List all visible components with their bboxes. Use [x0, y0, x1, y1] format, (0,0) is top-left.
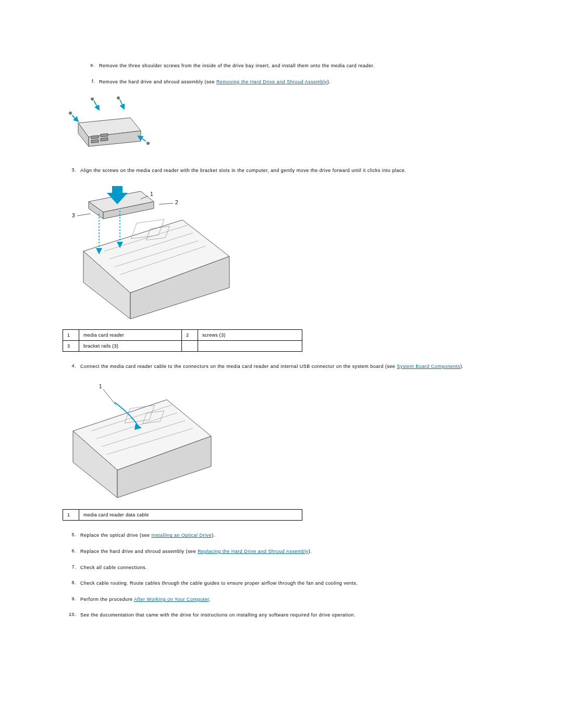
cell: media card reader data cable [79, 510, 302, 521]
step-text: Check cable routing. Route cables throug… [80, 580, 500, 587]
figure-cable-connect: 1 [63, 379, 500, 499]
link-removing-hdd-shroud[interactable]: Removing the Hard Drive and Shroud Assem… [216, 79, 327, 84]
illustration-icon: 1 [63, 379, 219, 499]
callout-1: 1 [150, 191, 153, 197]
step-marker: 4. [63, 363, 80, 370]
step-text: Perform the procedure After Working on Y… [80, 596, 500, 603]
step-8: 8. Check cable routing. Route cables thr… [63, 580, 500, 587]
step-marker: 8. [63, 580, 80, 587]
cell: 1 [63, 329, 79, 340]
link-after-working[interactable]: After Working on Your Computer [134, 597, 209, 602]
substeps-alpha: e. Remove the three shoulder screws from… [63, 63, 500, 85]
step-text: Remove the hard drive and shroud assembl… [99, 79, 500, 85]
step-5: 5. Replace the optical drive (see Instal… [63, 532, 500, 539]
step-marker: 7. [63, 564, 80, 571]
text-fragment: . [209, 597, 211, 602]
step-marker: 10. [63, 612, 80, 619]
steps-numeric: 5. Replace the optical drive (see Instal… [63, 532, 500, 619]
svg-line-18 [77, 214, 91, 216]
svg-point-10 [117, 96, 120, 100]
link-system-board-components[interactable]: System Board Components [397, 364, 460, 369]
cell [198, 340, 302, 351]
step-4: 4. Connect the media card reader cable t… [63, 363, 500, 370]
table-row: 3 bracket rails (3) [63, 340, 302, 351]
document-page: e. Remove the three shoulder screws from… [0, 0, 563, 728]
svg-line-6 [120, 100, 124, 109]
cell: 3 [63, 340, 79, 351]
svg-line-5 [94, 101, 99, 110]
substep-e: e. Remove the three shoulder screws from… [81, 63, 500, 69]
svg-rect-0 [91, 135, 99, 139]
step-marker: f. [81, 79, 99, 85]
step-marker: 6. [63, 548, 80, 555]
text-fragment: ). [460, 364, 464, 369]
step-6: 6. Replace the hard drive and shroud ass… [63, 548, 500, 555]
link-install-optical-drive[interactable]: Installing an Optical Drive [152, 533, 212, 538]
text-fragment: Replace the optical drive (see [80, 533, 152, 538]
step-10: 10. See the documentation that came with… [63, 612, 500, 619]
svg-rect-3 [101, 138, 108, 141]
step-text: Connect the media card reader cable to t… [80, 363, 500, 370]
step-text: Align the screws on the media card reade… [80, 167, 500, 174]
step-3: 3. Align the screws on the media card re… [63, 167, 500, 174]
illustration-icon: 1 2 3 [63, 183, 240, 319]
callout-3: 3 [72, 213, 75, 218]
step-marker: 9. [63, 596, 80, 603]
text-fragment: Replace the hard drive and shroud assemb… [80, 549, 198, 554]
callout-1: 1 [99, 384, 102, 389]
text-fragment: ). [212, 533, 215, 538]
step-text: See the documentation that came with the… [80, 612, 500, 619]
step-text: Check all cable connections. [80, 564, 500, 571]
step-marker: 5. [63, 532, 80, 539]
step-7: 7. Check all cable connections. [63, 564, 500, 571]
text-fragment: ). [327, 79, 331, 84]
step-marker: 3. [63, 167, 80, 174]
callout-table-2: 1 media card reader data cable [63, 509, 302, 521]
cell: media card reader [79, 329, 182, 340]
svg-line-4 [72, 115, 78, 121]
step-text: Replace the optical drive (see Installin… [80, 532, 500, 539]
svg-point-9 [91, 97, 94, 101]
svg-line-21 [103, 389, 116, 405]
illustration-icon [63, 94, 156, 157]
svg-rect-1 [101, 134, 108, 137]
svg-point-8 [69, 112, 72, 115]
cell: 1 [63, 510, 79, 521]
cell: screws (3) [198, 329, 302, 340]
text-fragment: ). [309, 549, 312, 554]
figure-media-card-reader-screws [63, 94, 500, 157]
svg-line-17 [159, 203, 173, 204]
substep-f: f. Remove the hard drive and shroud asse… [81, 79, 500, 85]
callout-table-1: 1 media card reader 2 screws (3) 3 brack… [63, 329, 302, 352]
text-fragment: Perform the procedure [80, 597, 134, 602]
step-9: 9. Perform the procedure After Working o… [63, 596, 500, 603]
svg-point-11 [146, 142, 150, 145]
link-replace-hdd-shroud[interactable]: Replacing the Hard Drive and Shroud Asse… [198, 549, 309, 554]
step-marker: e. [81, 63, 99, 69]
cell: 2 [182, 329, 198, 340]
table-row: 1 media card reader data cable [63, 510, 302, 521]
svg-rect-2 [91, 140, 99, 143]
figure-install-reader-chassis: 1 2 3 [63, 183, 500, 319]
step-text: Remove the three shoulder screws from th… [99, 63, 500, 69]
cell: bracket rails (3) [79, 340, 182, 351]
callout-2: 2 [175, 200, 178, 205]
text-fragment: Remove the hard drive and shroud assembl… [99, 79, 216, 84]
step-text: Replace the hard drive and shroud assemb… [80, 548, 500, 555]
table-row: 1 media card reader 2 screws (3) [63, 329, 302, 340]
text-fragment: Connect the media card reader cable to t… [80, 364, 397, 369]
cell [182, 340, 198, 351]
